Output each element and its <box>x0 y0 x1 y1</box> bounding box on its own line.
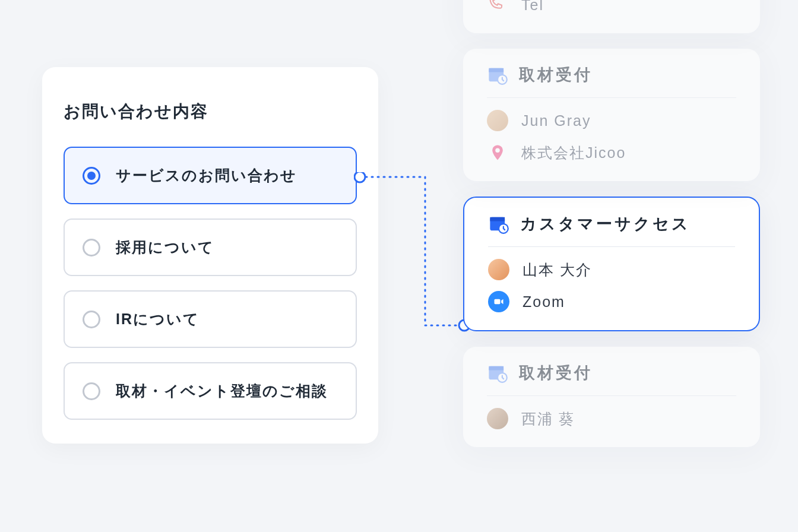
radio-icon <box>83 167 100 185</box>
inquiry-title: お問い合わせ内容 <box>64 100 357 123</box>
radio-icon <box>83 311 100 328</box>
svg-rect-7 <box>490 217 505 221</box>
person-name: Jun Gray <box>521 112 591 129</box>
inquiry-card: お問い合わせ内容 サービスのお問い合わせ 採用について IRについて 取材・イベ… <box>42 67 378 444</box>
avatar <box>487 408 508 429</box>
event-card-interview-2[interactable]: 取材受付 西浦 葵 <box>463 347 760 447</box>
tel-label: Tel <box>521 0 544 14</box>
calendar-clock-icon <box>487 362 508 384</box>
inquiry-option-press[interactable]: 取材・イベント登壇のご相談 <box>64 362 357 420</box>
calendar-clock-icon <box>488 213 509 235</box>
inquiry-option-ir[interactable]: IRについて <box>64 290 357 348</box>
svg-rect-3 <box>489 68 504 72</box>
inquiry-option-label: 採用について <box>116 238 214 257</box>
radio-icon <box>83 239 100 256</box>
location-pin-icon <box>487 142 508 163</box>
phone-icon <box>487 0 508 15</box>
event-title: カスタマーサクセス <box>520 213 691 235</box>
person-name: 山本 大介 <box>522 260 592 280</box>
calendar-clock-icon <box>487 64 508 86</box>
svg-rect-9 <box>495 299 501 304</box>
event-title: 取材受付 <box>519 64 593 86</box>
location-text: 株式会社Jicoo <box>521 143 626 163</box>
zoom-icon <box>488 291 509 312</box>
radio-icon <box>83 382 100 400</box>
event-card-column: Tel 取材受付 Jun Gray 株式会社Jicoo カスタマーサクセス <box>463 0 760 447</box>
meeting-tool: Zoom <box>522 293 565 311</box>
avatar <box>487 110 508 131</box>
event-card-customer-success[interactable]: カスタマーサクセス 山本 大介 Zoom <box>463 197 760 331</box>
inquiry-option-service[interactable]: サービスのお問い合わせ <box>64 147 357 204</box>
event-card-tel[interactable]: Tel <box>463 0 760 33</box>
inquiry-option-recruit[interactable]: 採用について <box>64 218 357 276</box>
event-card-interview-1[interactable]: 取材受付 Jun Gray 株式会社Jicoo <box>463 49 760 181</box>
avatar <box>488 259 509 280</box>
inquiry-option-label: IRについて <box>116 309 200 329</box>
inquiry-option-label: サービスのお問い合わせ <box>116 166 297 185</box>
svg-point-5 <box>495 148 500 153</box>
event-title: 取材受付 <box>519 362 593 384</box>
inquiry-option-label: 取材・イベント登壇のご相談 <box>116 381 328 401</box>
svg-rect-11 <box>489 366 504 370</box>
person-name: 西浦 葵 <box>521 409 575 429</box>
